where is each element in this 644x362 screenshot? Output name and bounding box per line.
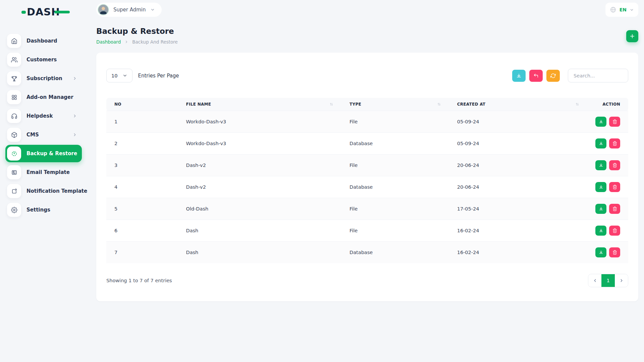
cell-no: 5 [106,198,178,220]
sidebar-item-cms[interactable]: CMS [5,126,82,143]
table-row: 5 Old-Dash File 17-05-24 [106,198,628,220]
sidebar-item-notification-template[interactable]: Notification Template [5,182,82,200]
table-footer: Showing 1 to 7 of 7 entries 1 [106,274,628,287]
app-root: DASH Dashboard Customers Subscrip [0,0,644,362]
previous-page-button[interactable] [588,274,601,287]
table-row: 2 Workdo-Dash-v3 Database 05-09-24 [106,133,628,155]
sidebar-item-label: Email Template [26,169,70,175]
trash-icon [612,206,617,211]
column-header-created-at[interactable]: CREATED AT [449,98,587,111]
column-header-file-name[interactable]: FILE NAME [178,98,341,111]
cell-type: Database [341,176,449,198]
row-download-button[interactable] [595,117,606,127]
logo-accent-dot [21,11,26,14]
row-download-button[interactable] [595,247,606,257]
sidebar-item-customers[interactable]: Customers [5,51,82,68]
page-number-current[interactable]: 1 [601,274,615,287]
column-header-type[interactable]: TYPE [341,98,449,111]
sidebar-item-label: Customers [26,57,57,63]
cell-file-name: Dash [178,242,341,263]
chevron-left-icon [593,278,597,283]
search-input[interactable] [568,69,628,82]
sidebar-item-label: Helpdesk [26,113,53,119]
avatar [98,4,109,15]
export-download-button[interactable] [512,70,526,82]
download-icon [599,141,603,146]
cell-type: File [341,111,449,133]
cell-type: File [341,198,449,220]
breadcrumb-dashboard-link[interactable]: Dashboard [96,39,121,45]
page-title: Backup & Restore [96,27,178,36]
sidebar-item-email-template[interactable]: Email Template [5,164,82,181]
add-backup-button[interactable] [626,30,638,42]
trash-icon [612,228,617,233]
row-delete-button[interactable] [609,117,620,127]
refresh-button[interactable] [546,70,560,82]
sidebar-item-backup-restore[interactable]: Backup & Restore [5,145,82,162]
sidebar-item-helpdesk[interactable]: Helpdesk [5,107,82,125]
sidebar-item-label: Notification Template [26,188,87,194]
notification-icon [7,184,21,198]
trophy-icon [7,71,21,85]
row-download-button[interactable] [595,160,606,170]
row-delete-button[interactable] [609,204,620,214]
download-icon [599,228,603,233]
row-download-button[interactable] [595,182,606,192]
sidebar-item-addon-manager[interactable]: Add-on Manager [5,88,82,106]
entries-per-page-select[interactable]: 10 [106,69,132,82]
restore-undo-button[interactable] [529,70,543,82]
row-download-button[interactable] [595,138,606,148]
trash-icon [612,119,617,124]
trash-icon [612,185,617,189]
sort-icon [437,102,441,106]
undo-icon [533,73,539,78]
chevron-down-icon [630,8,634,12]
grid-icon [7,90,21,104]
cell-created-at: 05-09-24 [449,133,587,155]
row-delete-button[interactable] [609,226,620,236]
sidebar-item-settings[interactable]: Settings [5,201,82,219]
table-row: 6 Dash File 16-02-24 [106,220,628,242]
row-delete-button[interactable] [609,247,620,257]
cell-type: File [341,155,449,176]
cell-created-at: 16-02-24 [449,242,587,263]
sidebar-item-label: CMS [26,132,39,138]
language-selector[interactable]: EN [605,3,638,17]
headphones-icon [7,109,21,123]
download-icon [599,185,603,189]
cell-type: Database [341,133,449,155]
chevron-right-icon [72,132,77,137]
entries-per-page-value: 10 [111,73,117,78]
brand-logo[interactable]: DASH [21,6,87,18]
row-delete-button[interactable] [609,138,620,148]
toolbar-actions [512,69,628,82]
table-toolbar: 10 Entries Per Page [106,69,628,82]
row-download-button[interactable] [595,204,606,214]
cell-no: 6 [106,220,178,242]
cell-file-name: Dash-v2 [178,176,341,198]
breadcrumb-current: Backup And Restore [132,39,178,45]
cell-type: File [341,220,449,242]
sidebar-nav: Dashboard Customers Subscription [0,32,87,219]
chevron-down-icon [150,7,155,12]
sidebar-item-subscription[interactable]: Subscription [5,70,82,87]
table-row: 1 Workdo-Dash-v3 File 05-09-24 [106,111,628,133]
download-icon [599,206,603,211]
row-download-button[interactable] [595,226,606,236]
row-delete-button[interactable] [609,160,620,170]
cell-type: Database [341,242,449,263]
sidebar-item-label: Subscription [26,75,62,81]
table-row: 3 Dash-v2 File 20-06-24 [106,155,628,176]
sidebar-item-dashboard[interactable]: Dashboard [5,32,82,50]
table-row: 7 Dash Database 16-02-24 [106,242,628,263]
users-icon [7,53,21,67]
row-delete-button[interactable] [609,182,620,192]
trash-icon [612,141,617,146]
user-menu[interactable]: Super Admin [96,3,162,17]
cell-no: 1 [106,111,178,133]
cell-created-at: 17-05-24 [449,198,587,220]
chevron-right-icon [72,76,77,81]
sidebar-item-label: Dashboard [26,38,57,44]
cell-file-name: Old-Dash [178,198,341,220]
next-page-button[interactable] [615,274,628,287]
